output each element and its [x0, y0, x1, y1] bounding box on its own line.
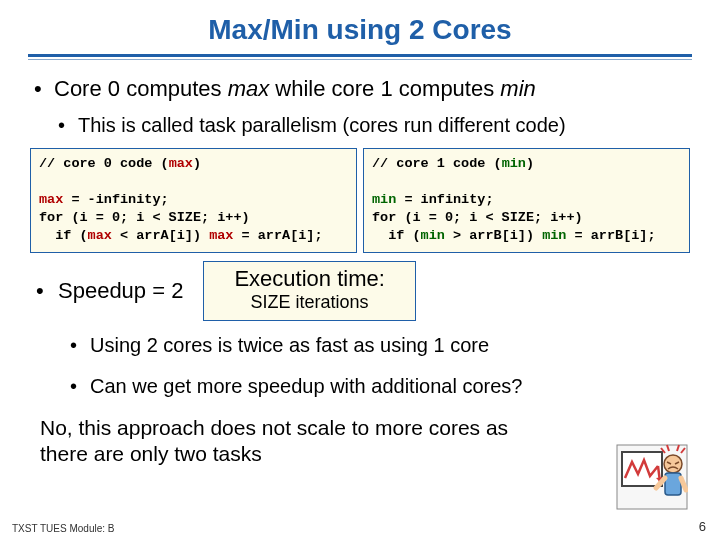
frustrated-chart-icon [616, 444, 688, 510]
svg-rect-7 [665, 473, 681, 495]
c1-comment-b: min [502, 156, 526, 171]
bullet-main-max: max [228, 76, 270, 101]
slide-title: Max/Min using 2 Cores [0, 0, 720, 54]
c0-comment-a: // core 0 code ( [39, 156, 169, 171]
c1-l4e: = arrB[i]; [566, 228, 655, 243]
bullet-sub: This is called task parallelism (cores r… [54, 113, 690, 138]
c0-l4b: max [88, 228, 112, 243]
c0-l4a: if ( [39, 228, 88, 243]
exec-sub: SIZE iterations [234, 292, 384, 314]
speedup-row: Speedup = 2 Execution time: SIZE iterati… [30, 261, 690, 321]
c1-comment-c: ) [526, 156, 534, 171]
c1-l4b: min [421, 228, 445, 243]
c0-l4d: max [209, 228, 233, 243]
code-row: // core 0 code (max) max = -infinity; fo… [30, 148, 690, 253]
exec-title: Execution time: [234, 266, 384, 292]
c0-comment-c: ) [193, 156, 201, 171]
speedup-bullet: Speedup = 2 [30, 277, 183, 305]
c1-l4a: if ( [372, 228, 421, 243]
footer-text: TXST TUES Module: B [12, 523, 114, 534]
slide: Max/Min using 2 Cores Core 0 computes ma… [0, 0, 720, 540]
sub-bullet-2: Can we get more speedup with additional … [66, 374, 690, 399]
c1-l2a: min [372, 192, 396, 207]
bullet-main-pre: Core 0 computes [54, 76, 228, 101]
slide-content: Core 0 computes max while core 1 compute… [0, 57, 720, 467]
bullet-main-mid: while core 1 computes [269, 76, 500, 101]
c1-l4c: > arrB[i]) [445, 228, 542, 243]
page-number: 6 [699, 519, 706, 534]
c1-l3: for (i = 0; i < SIZE; i++) [372, 210, 583, 225]
c1-l4d: min [542, 228, 566, 243]
c0-l4e: = arrA[i]; [233, 228, 322, 243]
c0-l2a: max [39, 192, 63, 207]
answer-text: No, this approach does not scale to more… [40, 415, 520, 468]
c0-l2b: = -infinity; [63, 192, 168, 207]
c1-comment-a: // core 1 code ( [372, 156, 502, 171]
bullet-main: Core 0 computes max while core 1 compute… [30, 75, 690, 138]
sub-bullets: Using 2 cores is twice as fast as using … [30, 333, 690, 399]
sub-bullet-1: Using 2 cores is twice as fast as using … [66, 333, 690, 358]
execution-time-box: Execution time: SIZE iterations [203, 261, 415, 321]
c1-l2b: = infinity; [396, 192, 493, 207]
c0-l3: for (i = 0; i < SIZE; i++) [39, 210, 250, 225]
code-core0: // core 0 code (max) max = -infinity; fo… [30, 148, 357, 253]
title-rule [0, 54, 720, 57]
bullet-main-min: min [500, 76, 535, 101]
c0-l4c: < arrA[i]) [112, 228, 209, 243]
code-core1: // core 1 code (min) min = infinity; for… [363, 148, 690, 253]
c0-comment-b: max [169, 156, 193, 171]
svg-point-4 [664, 455, 682, 473]
